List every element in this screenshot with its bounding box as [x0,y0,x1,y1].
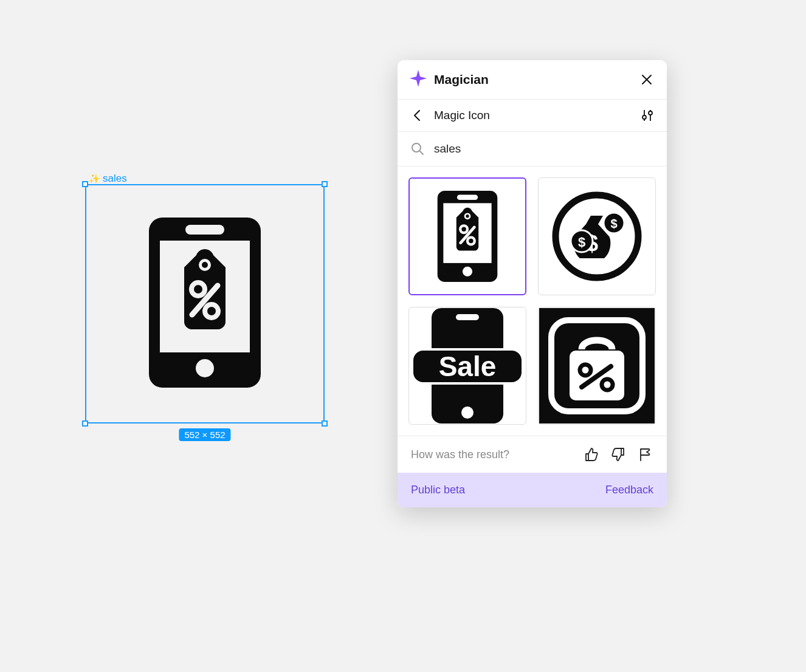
resize-handle-bl[interactable] [82,420,88,427]
settings-button[interactable] [640,108,655,123]
feedback-row: How was the result? [398,436,667,473]
svg-line-14 [420,151,423,154]
back-button[interactable] [410,108,424,123]
resize-handle-tl[interactable] [82,181,88,187]
panel-header: Magician [398,60,667,100]
result-bag-discount-square[interactable] [538,307,656,425]
svg-rect-31 [456,314,479,320]
result-phone-sale-tag[interactable] [408,177,526,295]
nav-row: Magic Icon [398,100,667,132]
close-button[interactable] [639,72,655,87]
svg-rect-1 [185,225,224,235]
search-input[interactable] [433,142,653,156]
thumbs-down-button[interactable] [610,446,627,463]
sparkles-icon: ✨ [89,173,100,184]
flag-button[interactable] [636,446,653,463]
result-phone-sale-text[interactable]: Sale [408,307,526,425]
svg-point-3 [196,359,214,377]
panel-footer: Public beta Feedback [398,473,667,507]
phone-sale-tag-icon [149,218,261,390]
results-grid: $ $ $ Sale [398,166,667,436]
search-icon [411,142,424,156]
svg-text:$: $ [610,217,617,230]
svg-point-13 [412,143,421,152]
nav-title: Magic Icon [434,109,640,122]
selection-label-text: sales [103,173,127,185]
svg-point-11 [642,115,646,119]
selection-label: ✨ sales [89,173,127,185]
magician-panel: Magician Magic Icon [398,60,667,507]
svg-point-20 [466,214,469,218]
magician-logo-icon [410,70,427,89]
public-beta-link[interactable]: Public beta [411,484,465,496]
svg-text:$: $ [578,235,585,250]
svg-point-32 [461,406,474,419]
result-money-bag-circle[interactable]: $ $ $ [538,177,656,295]
svg-text:Sale: Sale [439,351,497,382]
panel-title: Magician [434,72,639,87]
svg-point-5 [202,262,208,268]
feedback-prompt: How was the result? [411,448,573,461]
thumbs-up-button[interactable] [583,446,600,463]
feedback-link[interactable]: Feedback [605,484,653,496]
canvas-selection[interactable]: ✨ sales 552 × 552 [85,184,325,423]
svg-point-12 [649,111,652,115]
resize-handle-tr[interactable] [322,181,328,187]
svg-rect-16 [457,194,478,200]
resize-handle-br[interactable] [322,420,328,427]
svg-point-18 [463,267,472,276]
dimensions-badge: 552 × 552 [179,428,230,441]
search-row [398,132,667,166]
